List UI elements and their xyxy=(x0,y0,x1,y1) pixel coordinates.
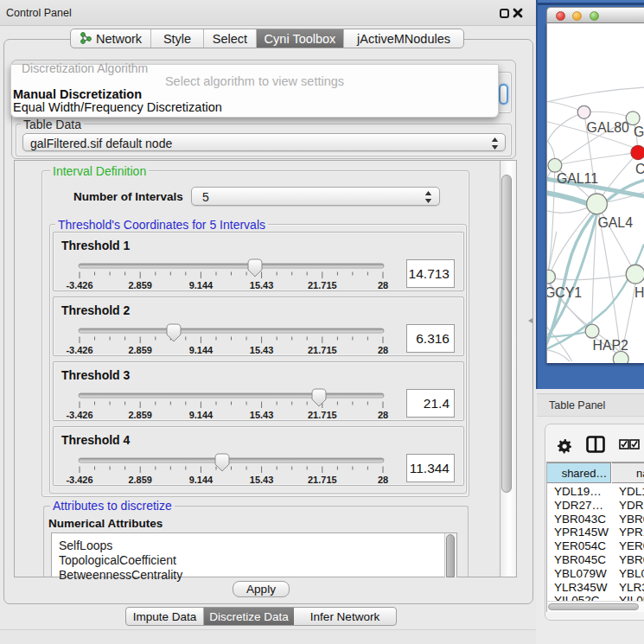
svg-text:GAL4: GAL4 xyxy=(597,215,633,230)
svg-text:GA: GA xyxy=(634,124,644,139)
svg-text:HA: HA xyxy=(634,285,644,300)
svg-text:GAL11: GAL11 xyxy=(557,171,598,186)
svg-text:GCY1: GCY1 xyxy=(546,285,582,300)
svg-text:HAP2: HAP2 xyxy=(593,338,629,353)
svg-text:GAL80: GAL80 xyxy=(587,120,630,135)
svg-text:C: C xyxy=(635,162,644,176)
